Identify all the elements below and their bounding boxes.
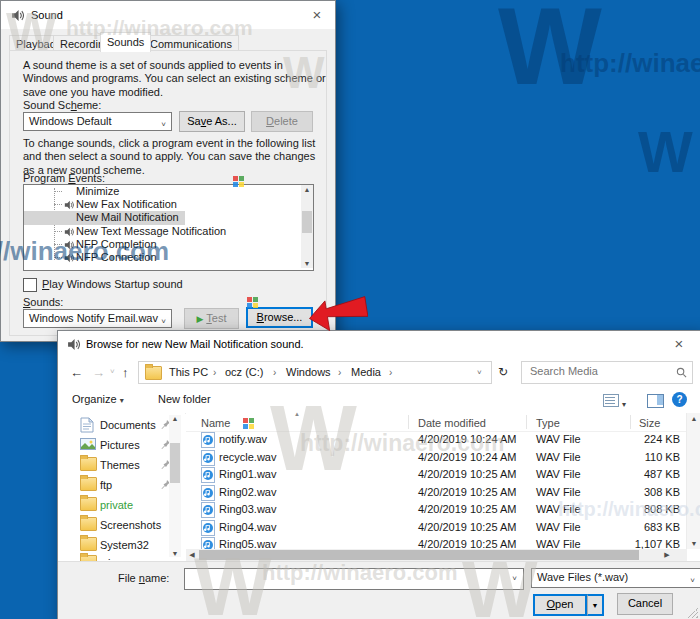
help-icon[interactable]: ? [672,392,687,407]
sound-scheme-value: Windows Default [29,115,112,127]
breadcrumb-media[interactable]: Media [351,362,381,383]
sound-scheme-dropdown[interactable]: Windows Default ˅ [23,112,172,131]
event-item-new-text-message[interactable]: New Text Message Notification [24,225,226,237]
address-chevron-icon[interactable]: ˅ [477,362,482,383]
sound-titlebar[interactable]: Sound × [1,1,335,29]
sidebar-item-screenshots[interactable]: Screenshots [80,517,97,533]
sidebar-item-themes[interactable]: Themes [80,457,97,473]
close-icon[interactable]: × [307,5,327,25]
tab-sounds[interactable]: Sounds [100,32,151,52]
breadcrumb-separator: › [338,362,341,383]
column-headers: Name ▲ Date modified Type Size [186,413,687,432]
organize-label: Organize [72,393,117,405]
refresh-icon[interactable]: ↻ [498,365,508,379]
back-icon[interactable]: ← [70,365,83,380]
save-as-button[interactable]: Save As... [179,111,245,132]
resize-grip[interactable] [688,608,698,618]
cancel-button[interactable]: Cancel [617,593,673,615]
scrollbar-thumb[interactable] [170,443,180,483]
sidebar-item-system32[interactable]: System32 [80,537,97,553]
red-arrow-annotation [308,292,368,334]
file-row-ring03[interactable]: Ring03.wav 4/20/2019 10:25 AM WAV File 8… [186,501,687,519]
search-box[interactable] [521,361,693,384]
scroll-up-icon[interactable]: ▲ [169,415,181,422]
sounds-dropdown[interactable]: Windows Notify Email.wav ˅ [23,309,172,328]
browse-button[interactable]: Browse... [246,307,313,328]
sound-dialog-icon [11,9,24,22]
delete-button[interactable]: Delete [251,111,313,132]
search-input[interactable] [528,364,672,378]
column-header-date-modified[interactable]: Date modified [418,417,486,429]
scroll-right-icon[interactable]: ▶ [661,551,673,559]
scroll-down-icon[interactable]: ▼ [301,260,313,267]
column-header-type[interactable]: Type [536,417,560,429]
events-scrollbar[interactable]: ▲ ▼ [301,185,313,268]
sidebar-item-private[interactable]: private [80,497,97,513]
up-icon[interactable]: ↑ [122,365,129,380]
breadcrumb-this-pc[interactable]: This PC [169,362,208,383]
folder-icon [80,517,97,531]
column-header-size[interactable]: Size [639,417,660,429]
scroll-left-icon[interactable]: ◀ [186,551,198,559]
file-name-input[interactable] [189,571,503,585]
command-bar: Organize ▾ New folder ▾ ? [58,388,700,414]
event-item-new-mail-selected[interactable]: New Mail Notification [24,211,185,224]
wav-file-icon [201,467,215,483]
close-icon[interactable]: × [669,334,689,354]
file-row-ring01[interactable]: Ring01.wav 4/20/2019 10:25 AM WAV File 4… [186,466,687,484]
horizontal-scrollbar[interactable]: ◀ ▶ [186,549,687,561]
organize-button[interactable]: Organize ▾ [72,393,124,405]
desktop-background: Sound × Playback Recording Sounds Commun… [0,0,700,619]
breadcrumb[interactable]: This PC › ocz (C:) › Windows › Media › ˅ [138,361,492,384]
sound-scheme-label: Sound Scheme: [23,99,101,111]
browse-dialog-title: Browse for new New Mail Notification sou… [86,338,304,350]
sound-dialog: Sound × Playback Recording Sounds Commun… [0,0,336,342]
column-header-name[interactable]: Name [201,417,230,429]
new-folder-button[interactable]: New folder [158,393,211,405]
chevron-down-icon: ▾ [120,396,124,405]
open-split-dropdown[interactable]: ▼ [587,594,604,616]
sidebar-scrollbar[interactable]: ▲ ▼ [169,415,181,557]
file-row-recycle[interactable]: recycle.wav 4/20/2019 10:24 AM WAV File … [186,449,687,467]
scroll-up-icon[interactable]: ▲ [688,415,700,422]
file-name-combobox[interactable]: ˅ [184,568,524,590]
open-button[interactable]: Open [533,594,587,616]
event-item-nfp-completion[interactable]: NFP Completion [24,238,157,250]
program-events-list[interactable]: Minimize New Fax Notification New Mail N… [23,184,314,271]
navigation-pane: Documents Pictures Themes ftp private [58,413,185,561]
scrollbar-thumb[interactable] [302,211,312,233]
file-row-ring04[interactable]: Ring04.wav 4/20/2019 10:25 AM WAV File 6… [186,519,687,537]
forward-icon[interactable]: → [92,365,105,380]
scroll-down-icon[interactable]: ▼ [688,540,700,547]
preview-pane-icon[interactable] [647,394,664,410]
file-type-dropdown[interactable]: Wave Files (*.wav) ˅ [531,568,700,588]
scrollbar-thumb[interactable] [199,550,639,560]
sidebar-item-documents[interactable]: Documents [80,417,94,433]
event-item-minimize[interactable]: Minimize [24,185,119,197]
browse-titlebar[interactable]: Browse for new New Mail Notification sou… [58,331,700,357]
wav-file-icon [201,432,215,448]
sidebar-item-pictures[interactable]: Pictures [80,437,96,453]
file-row-ring02[interactable]: Ring02.wav 4/20/2019 10:25 AM WAV File 3… [186,484,687,502]
breadcrumb-windows[interactable]: Windows [286,362,331,383]
sounds-label: Sounds: [23,296,63,308]
breadcrumb-ocz-c[interactable]: ocz (C:) [225,362,264,383]
wav-file-icon [201,450,215,466]
event-item-new-fax[interactable]: New Fax Notification [24,198,177,210]
vertical-scrollbar[interactable]: ▲ ▼ [686,413,700,549]
scroll-down-icon[interactable]: ▼ [169,550,181,557]
file-row-notify[interactable]: notify.wav 4/20/2019 10:24 AM WAV File 2… [186,431,687,449]
sound-theme-description: A sound theme is a set of sounds applied… [23,59,329,99]
test-button[interactable]: ▶ Test [184,308,239,329]
watermark-w: W [498,0,602,109]
chevron-down-icon: ˅ [512,574,517,583]
scroll-up-icon[interactable]: ▲ [301,186,313,193]
sidebar-item-ftp[interactable]: ftp [80,477,97,493]
history-chevron-icon[interactable]: ˅ [110,367,115,376]
file-row-ring05-partial[interactable]: Ring05.wav 4/20/2019 10:25 AM WAV File 1… [186,536,687,549]
event-item-nfp-connection[interactable]: NFP Connection [24,251,157,263]
dropdown-icon: ▼ [592,602,599,609]
startup-sound-checkbox[interactable] [23,278,37,292]
views-icon[interactable]: ▾ [603,394,626,409]
watermark-text: http://winaero.com [560,48,700,79]
